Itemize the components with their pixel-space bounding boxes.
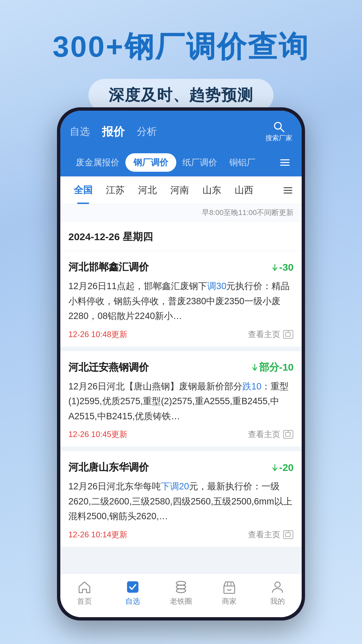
- svg-rect-9: [286, 533, 290, 537]
- cat-gangchang[interactable]: 钢厂调价: [125, 153, 176, 172]
- news-link-label-3: 查看主页: [248, 529, 280, 540]
- hero-section: 300+钢厂调价查询 深度及时、趋势预测: [0, 0, 362, 112]
- hero-subtitle: 深度及时、趋势预测: [88, 79, 274, 112]
- news-link-2[interactable]: 查看主页: [248, 429, 294, 440]
- search-icon: [273, 121, 285, 133]
- svg-rect-3: [286, 332, 290, 336]
- bottom-nav-mine-label: 我的: [270, 596, 285, 606]
- bottom-nav: 首页 自选 老铁圈: [60, 574, 302, 617]
- news-time-2: 12-26 10:45更新: [68, 429, 127, 440]
- bottom-nav-zixuan-label: 自选: [125, 596, 140, 606]
- link-icon-1: [283, 330, 294, 339]
- date-header: 2024-12-26 星期四: [60, 221, 302, 251]
- link-icon-2: [283, 430, 294, 439]
- region-jiangsu[interactable]: 江苏: [99, 176, 131, 204]
- category-menu-icon[interactable]: [278, 157, 292, 168]
- bottom-nav-home[interactable]: 首页: [60, 580, 109, 606]
- svg-rect-15: [224, 586, 235, 593]
- region-hebei[interactable]: 河北: [131, 176, 164, 204]
- laotie-icon: [174, 580, 188, 594]
- bottom-nav-shangjia-label: 商家: [222, 596, 237, 606]
- region-henan[interactable]: 河南: [164, 176, 196, 204]
- region-menu-icon[interactable]: [281, 184, 295, 196]
- search-button[interactable]: 搜索厂家: [265, 121, 292, 143]
- region-quanguo[interactable]: 全国: [67, 176, 99, 204]
- search-label: 搜索厂家: [265, 133, 292, 143]
- arrow-down-icon-2: [252, 364, 258, 371]
- news-card-3[interactable]: 河北唐山东华调价 -20 12月26日河北东华每吨下调20元，最新执行价：一级2…: [60, 451, 302, 547]
- news-card-1[interactable]: 河北邯郸鑫汇调价 -30 12月26日11点起，邯郸鑫汇废钢下调30元执行价：精…: [60, 251, 302, 346]
- svg-point-18: [275, 582, 280, 587]
- region-shanxi[interactable]: 山西: [228, 176, 260, 204]
- home-icon: [77, 580, 92, 594]
- bottom-nav-laotie[interactable]: 老铁圈: [157, 580, 205, 606]
- nav-tab-fenxi[interactable]: 分析: [137, 125, 157, 139]
- zixuan-icon: [126, 580, 140, 594]
- svg-line-1: [280, 128, 284, 132]
- news-list: 河北邯郸鑫汇调价 -30 12月26日11点起，邯郸鑫汇废钢下调30元执行价：精…: [60, 251, 302, 547]
- news-link-label-1: 查看主页: [248, 329, 280, 340]
- cat-tonglv[interactable]: 铜铝厂: [223, 153, 261, 172]
- news-time-3: 12-26 10:14更新: [68, 529, 127, 540]
- news-change-1: -30: [272, 262, 294, 273]
- content-area[interactable]: 自选 报价 分析 搜索厂家 废金属报价 钢厂调价: [60, 111, 302, 574]
- top-nav: 自选 报价 分析 搜索厂家 废金属报价 钢厂调价: [60, 111, 302, 176]
- news-link-3[interactable]: 查看主页: [248, 529, 294, 540]
- mine-icon: [270, 580, 285, 594]
- svg-rect-6: [286, 432, 290, 436]
- bottom-nav-home-label: 首页: [77, 596, 92, 606]
- nav-tab-zixuan[interactable]: 自选: [70, 125, 90, 139]
- news-title-3: 河北唐山东华调价: [68, 461, 149, 474]
- arrow-down-icon-3: [272, 464, 278, 471]
- news-body-2: 12月26日河北【唐山燕钢】废钢最新价部分跌10：重型(1)2595,优质257…: [68, 379, 294, 424]
- cat-feijinshu[interactable]: 废金属报价: [70, 153, 125, 172]
- bottom-nav-shangjia[interactable]: 商家: [205, 580, 253, 606]
- news-link-1[interactable]: 查看主页: [248, 329, 294, 340]
- news-title-2: 河北迁安燕钢调价: [68, 361, 149, 374]
- news-change-3: -20: [272, 462, 294, 473]
- shangjia-icon: [222, 580, 236, 594]
- region-bar: 全国 江苏 河北 河南 山东 山西: [60, 176, 302, 204]
- arrow-down-icon-1: [272, 264, 278, 271]
- svg-rect-11: [127, 581, 138, 593]
- news-card-2[interactable]: 河北迁安燕钢调价 部分-10 12月26日河北【唐山燕钢】废钢最新价部分跌10：…: [60, 351, 302, 447]
- phone-frame: 自选 报价 分析 搜索厂家 废金属报价 钢厂调价: [57, 107, 305, 621]
- news-time-1: 12-26 10:48更新: [68, 329, 127, 340]
- news-link-label-2: 查看主页: [248, 429, 280, 440]
- news-body-1: 12月26日11点起，邯郸鑫汇废钢下调30元执行价：精品小料停收，钢筋头停收，普…: [68, 279, 294, 324]
- nav-tab-baojia[interactable]: 报价: [102, 124, 125, 140]
- bottom-nav-zixuan[interactable]: 自选: [109, 580, 157, 606]
- bottom-nav-laotie-label: 老铁圈: [170, 596, 192, 606]
- news-change-2: 部分-10: [252, 361, 294, 374]
- update-notice: 早8:00至晚11:00不间断更新: [60, 204, 302, 221]
- news-title-1: 河北邯郸鑫汇调价: [68, 260, 149, 274]
- cat-zhichang[interactable]: 纸厂调价: [176, 153, 223, 172]
- news-body-3: 12月26日河北东华每吨下调20元，最新执行价：一级2620,二级2600,三级…: [68, 479, 294, 524]
- phone-screen: 自选 报价 分析 搜索厂家 废金属报价 钢厂调价: [60, 111, 302, 617]
- region-shandong[interactable]: 山东: [196, 176, 228, 204]
- hero-title: 300+钢厂调价查询: [0, 0, 362, 67]
- link-icon-3: [283, 530, 294, 539]
- bottom-nav-mine[interactable]: 我的: [253, 580, 302, 606]
